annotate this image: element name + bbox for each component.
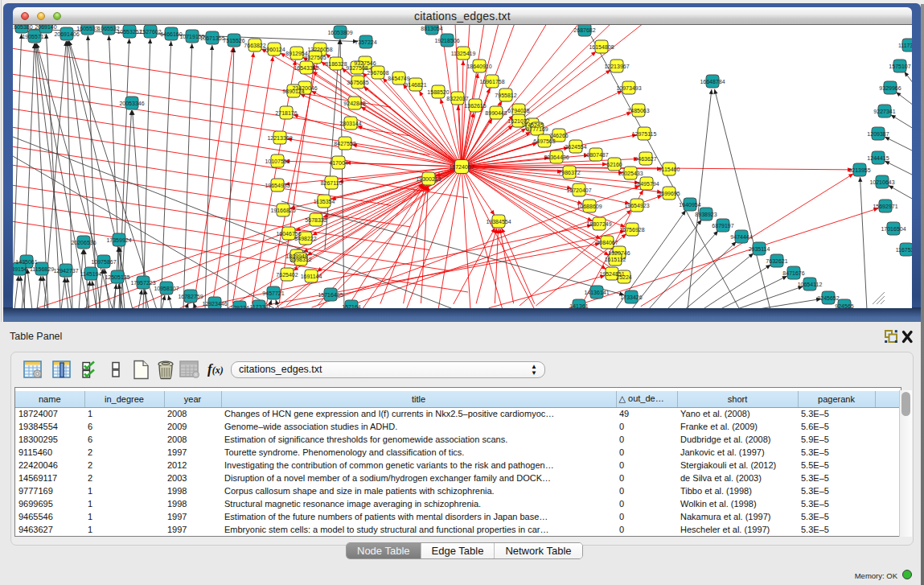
svg-text:2687682: 2687682 [573, 27, 595, 33]
svg-text:10654112: 10654112 [798, 282, 823, 287]
svg-text:9890124: 9890124 [282, 89, 304, 94]
svg-text:16756928: 16756928 [619, 227, 644, 233]
svg-text:8427552: 8427552 [334, 141, 355, 146]
svg-text:16543382: 16543382 [294, 65, 318, 71]
svg-text:12975115: 12975115 [632, 131, 657, 137]
svg-text:10025433: 10025433 [618, 171, 643, 176]
svg-text:15716485: 15716485 [318, 292, 343, 298]
svg-text:9457721: 9457721 [262, 290, 284, 296]
svg-text:1244415: 1244415 [867, 155, 889, 161]
svg-text:12213967: 12213967 [604, 64, 629, 69]
svg-text:10688609: 10688609 [577, 204, 602, 209]
svg-text:8471676: 8471676 [782, 270, 804, 276]
svg-text:1527602: 1527602 [139, 29, 161, 35]
svg-text:6879197: 6879197 [712, 223, 733, 229]
svg-text:9777169: 9777169 [526, 126, 548, 132]
svg-text:1615112: 1615112 [605, 257, 626, 262]
svg-text:15720407: 15720407 [566, 187, 591, 193]
svg-text:2803144: 2803144 [339, 121, 361, 126]
svg-text:11156829: 11156829 [30, 266, 54, 272]
svg-text:18724007: 18724007 [449, 164, 474, 170]
svg-text:2069140: 2069140 [35, 25, 56, 30]
svg-text:2967608: 2967608 [367, 70, 388, 76]
svg-text:12923446: 12923446 [202, 301, 227, 307]
svg-text:17359924: 17359924 [106, 237, 131, 243]
svg-text:1588520: 1588520 [427, 89, 449, 95]
svg-text:20691406: 20691406 [54, 31, 79, 37]
svg-text:17957223: 17957223 [130, 280, 155, 286]
svg-text:1733426: 1733426 [620, 295, 642, 300]
svg-text:18640910: 18640910 [466, 64, 491, 69]
svg-text:1575107: 1575107 [889, 64, 910, 69]
svg-text:117334: 117334 [250, 304, 269, 309]
svg-text:10958107: 10958107 [154, 286, 179, 291]
svg-text:1209387: 1209387 [867, 131, 889, 137]
svg-text:9084067: 9084067 [596, 240, 618, 245]
svg-text:8938923: 8938923 [695, 212, 717, 217]
svg-text:12942737: 12942737 [53, 268, 78, 274]
svg-text:1117304: 1117304 [898, 43, 912, 48]
svg-text:6497568: 6497568 [533, 138, 555, 144]
svg-text:14136141: 14136141 [584, 290, 609, 295]
svg-text:157164: 157164 [342, 304, 360, 309]
svg-text:12505135: 12505135 [105, 274, 129, 280]
svg-text:19166825: 19166825 [270, 208, 295, 213]
svg-text:1167531: 1167531 [896, 247, 912, 253]
svg-text:19654935: 19654935 [265, 183, 290, 188]
svg-text:39154: 39154 [13, 266, 27, 272]
svg-text:2718176: 2718176 [275, 110, 297, 116]
svg-text:16961758: 16961758 [479, 79, 504, 84]
svg-text:10553257: 10553257 [117, 29, 142, 35]
svg-text:7357224: 7357224 [355, 39, 376, 45]
svg-text:9146821: 9146821 [405, 82, 426, 88]
svg-text:19384554: 19384554 [486, 219, 511, 225]
svg-text:16648784: 16648784 [700, 79, 725, 84]
svg-text:19300215: 19300215 [416, 176, 441, 182]
svg-text:1320746: 1320746 [608, 250, 630, 256]
svg-text:9245652: 9245652 [817, 295, 839, 301]
svg-text:1605533: 1605533 [76, 26, 98, 31]
svg-text:17016504: 17016504 [881, 226, 906, 232]
svg-text:1691144: 1691144 [301, 274, 322, 279]
svg-text:62160: 62160 [606, 162, 622, 167]
svg-text:746266: 746266 [549, 133, 568, 138]
svg-text:7485063: 7485063 [627, 108, 649, 113]
svg-text:9463627: 9463627 [634, 156, 656, 162]
svg-text:10107552: 10107552 [265, 159, 290, 164]
svg-text:16154808: 16154808 [589, 44, 614, 50]
svg-text:141361: 141361 [569, 303, 588, 309]
svg-text:9242848: 9242848 [343, 101, 365, 106]
svg-text:10975867: 10975867 [91, 259, 116, 265]
svg-text:1435061: 1435061 [15, 259, 37, 265]
svg-text:19218506: 19218506 [434, 38, 459, 43]
svg-text:9227341: 9227341 [873, 109, 895, 114]
svg-text:8267110: 8267110 [321, 180, 343, 186]
svg-text:11325419: 11325419 [451, 51, 476, 56]
svg-text:7632621: 7632621 [766, 258, 787, 264]
svg-text:7625402: 7625402 [276, 272, 298, 278]
svg-text:7955812: 7955812 [495, 93, 516, 98]
svg-text:8990448: 8990448 [485, 110, 507, 116]
svg-text:9329966: 9329966 [879, 85, 901, 91]
svg-text:7986372: 7986372 [558, 170, 580, 175]
svg-text:3598312: 3598312 [290, 257, 311, 262]
svg-text:16782759: 16782759 [178, 294, 203, 299]
svg-text:10973493: 10973493 [616, 85, 641, 91]
svg-text:1640954: 1640954 [679, 202, 700, 208]
svg-text:9115460: 9115460 [659, 167, 680, 172]
svg-text:9699695: 9699695 [658, 191, 680, 196]
svg-text:15692971: 15692971 [873, 204, 897, 209]
svg-text:9474444: 9474444 [730, 234, 752, 240]
svg-text:924565: 924565 [835, 303, 853, 309]
svg-text:8498222: 8498222 [294, 236, 316, 241]
svg-text:3675685: 3675685 [347, 80, 368, 85]
svg-text:3624554: 3624554 [565, 144, 586, 150]
svg-text:6794028: 6794028 [507, 108, 529, 113]
svg-text:9327505: 9327505 [304, 55, 326, 60]
svg-text:8454749: 8454749 [388, 76, 409, 81]
svg-text:18807249: 18807249 [586, 221, 611, 227]
svg-text:10671355: 10671355 [199, 35, 224, 41]
svg-text:1135354: 1135354 [314, 199, 335, 204]
svg-text:18495794: 18495794 [634, 181, 659, 187]
svg-text:8813054: 8813054 [421, 26, 442, 31]
